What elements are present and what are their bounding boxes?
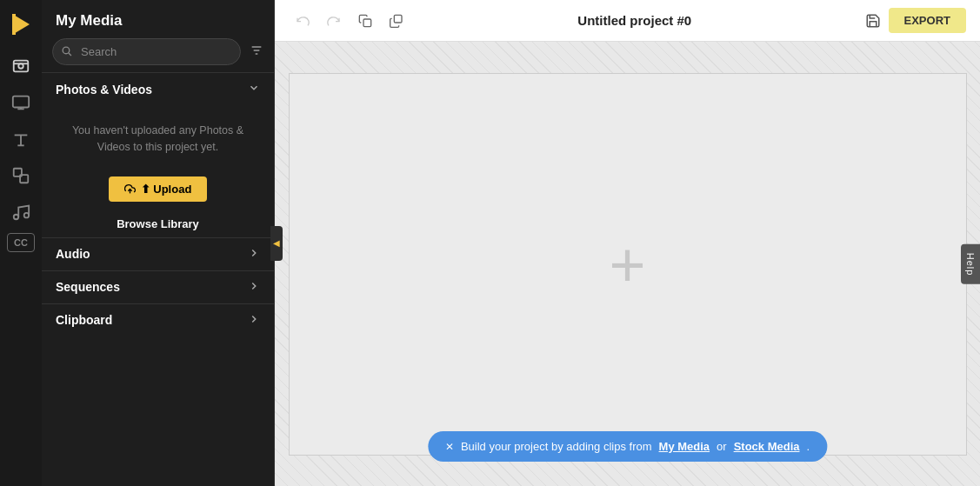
sidebar-collapse-tab[interactable]: ◀ (270, 226, 283, 261)
hint-period: . (806, 440, 810, 453)
save-icon[interactable] (859, 7, 887, 35)
canvas-viewport[interactable]: + (289, 73, 967, 456)
svg-point-13 (14, 215, 19, 220)
search-input[interactable] (52, 38, 241, 65)
app-logo (7, 10, 35, 38)
photos-videos-empty-text: You haven't uploaded any Photos & Videos… (42, 112, 274, 166)
hint-my-media-link[interactable]: My Media (659, 440, 710, 453)
svg-rect-5 (13, 97, 29, 108)
section-audio[interactable]: Audio (42, 237, 274, 270)
filter-button[interactable] (250, 43, 263, 61)
hint-banner: ✕ Build your project by adding clips fro… (428, 431, 827, 462)
svg-rect-1 (12, 14, 16, 35)
svg-line-16 (69, 52, 71, 55)
export-button[interactable]: EXPORT (889, 8, 966, 33)
redo-button[interactable] (320, 7, 348, 35)
photos-videos-content: You haven't uploaded any Photos & Videos… (42, 105, 274, 237)
copy-button[interactable] (383, 7, 410, 35)
search-input-wrap (52, 38, 241, 65)
hint-close-button[interactable]: ✕ (445, 441, 454, 453)
section-audio-label: Audio (56, 247, 90, 261)
section-clipboard[interactable]: Clipboard (42, 303, 274, 336)
hint-stock-media-link[interactable]: Stock Media (734, 440, 800, 453)
section-sequences-label: Sequences (56, 280, 120, 294)
svg-point-14 (24, 213, 29, 218)
canvas-plus-icon: + (609, 233, 645, 296)
search-row (52, 38, 263, 65)
undo-button[interactable] (289, 7, 317, 35)
hint-text: Build your project by adding clips from (461, 440, 652, 453)
captions-icon[interactable]: CC (7, 233, 35, 252)
section-sequences-arrow (248, 280, 260, 295)
section-sequences[interactable]: Sequences (42, 270, 274, 303)
toolbar: Untitled project #0 EXPORT (275, 0, 980, 42)
svg-rect-22 (394, 15, 402, 23)
screen-record-icon[interactable] (5, 87, 37, 118)
hint-or-text: or (717, 440, 727, 453)
project-title: Untitled project #0 (412, 13, 857, 28)
upload-button[interactable]: ⬆ Upload (109, 176, 208, 202)
sidebar-title: My Media (42, 0, 274, 38)
svg-rect-21 (363, 19, 371, 27)
section-clipboard-arrow (248, 313, 260, 328)
help-tab[interactable]: Help (961, 243, 980, 284)
section-photos-videos[interactable]: Photos & Videos (42, 72, 274, 105)
sidebar: My Media Photos & Videos (42, 0, 275, 486)
svg-rect-2 (14, 61, 29, 72)
section-photos-videos-arrow (248, 82, 260, 97)
section-clipboard-label: Clipboard (56, 313, 112, 327)
search-icon (61, 45, 72, 59)
media-icon[interactable] (5, 50, 37, 82)
canvas-area: + ✕ Build your project by adding clips f… (275, 42, 980, 486)
audio-icon[interactable] (5, 196, 37, 228)
icon-rail: CC (0, 0, 42, 486)
browse-library-link[interactable]: Browse Library (42, 217, 274, 230)
toolbar-history-group (289, 7, 410, 35)
section-audio-arrow (248, 247, 260, 262)
duplicate-button[interactable] (351, 7, 379, 35)
svg-point-15 (63, 47, 70, 54)
overlays-icon[interactable] (5, 160, 37, 191)
section-photos-videos-label: Photos & Videos (56, 83, 152, 97)
titles-icon[interactable] (5, 123, 37, 155)
main-area: Untitled project #0 EXPORT + ✕ Build you… (275, 0, 980, 486)
